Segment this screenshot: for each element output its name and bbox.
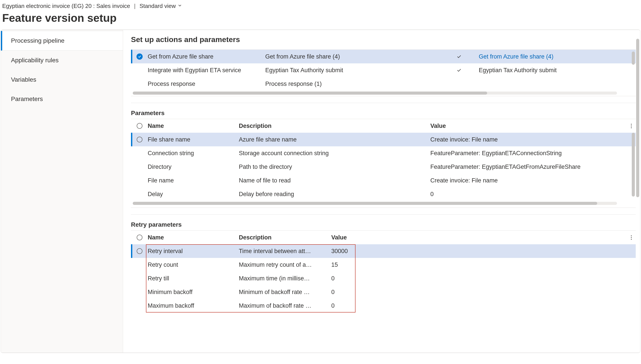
retry-grid: Name Description Value ⋮ Retry interval … — [131, 230, 636, 312]
parameters-row[interactable]: Connection string Storage account connec… — [131, 146, 636, 160]
page-title: Feature version setup — [0, 10, 641, 30]
action-link[interactable]: Get from Azure file share (4) — [479, 53, 636, 60]
parameters-horizontal-scrollthumb[interactable] — [133, 202, 597, 205]
retry-description: Minimum of backoff rate … — [239, 289, 331, 296]
sidebar-item-label: Applicability rules — [11, 57, 58, 64]
row-select[interactable] — [133, 248, 146, 254]
col-description[interactable]: Description — [239, 122, 430, 130]
parameters-row[interactable]: Delay Delay before reading 0 — [131, 187, 636, 201]
actions-grid: Get from Azure file share Get from Azure… — [131, 50, 636, 96]
breadcrumb: Egyptian electronic invoice (EG) 20 : Sa… — [2, 3, 130, 10]
retry-value: 0 — [331, 302, 353, 309]
sidebar-item-label: Variables — [11, 76, 36, 83]
actions-row[interactable]: Process response Process response (1) — [131, 77, 636, 91]
param-name: Directory — [146, 164, 239, 170]
param-name: Delay — [146, 191, 239, 198]
sidebar-item-label: Parameters — [11, 96, 43, 102]
action-name: Integrate with Egyptian ETA service — [146, 67, 265, 74]
retry-row[interactable]: Retry count Maximum retry count of a… 15 — [131, 258, 636, 272]
body-wrap: Processing pipeline Applicability rules … — [1, 30, 640, 353]
section-divider — [131, 103, 636, 103]
retry-value: 0 — [331, 275, 353, 282]
parameters-header: Name Description Value ⋮ — [131, 119, 636, 133]
action-link[interactable]: Egyptian Tax Authority submit — [479, 67, 636, 74]
view-label: Standard view — [140, 3, 176, 10]
retry-row[interactable]: Retry interval Time interval between att… — [131, 244, 636, 258]
section-divider — [131, 214, 636, 214]
col-description[interactable]: Description — [239, 234, 331, 241]
actions-row[interactable]: Get from Azure file share Get from Azure… — [131, 50, 636, 64]
retry-value: 15 — [331, 262, 353, 268]
actions-vertical-scrollbar[interactable] — [632, 52, 635, 91]
view-selector[interactable]: Standard view — [140, 3, 182, 10]
retry-description: Time interval between att… — [239, 248, 331, 254]
parameters-grid: Name Description Value ⋮ File share name… — [131, 119, 636, 208]
section-title-parameters: Parameters — [131, 110, 636, 117]
action-detail: Process response (1) — [265, 80, 439, 87]
section-title-retry: Retry parameters — [131, 221, 636, 228]
action-name: Process response — [146, 80, 265, 87]
col-value[interactable]: Value — [331, 234, 353, 241]
sidebar-item-variables[interactable]: Variables — [1, 70, 123, 89]
parameters-vertical-scrollbar[interactable] — [632, 133, 635, 214]
row-select[interactable] — [133, 54, 146, 60]
header-bar: Egyptian electronic invoice (EG) 20 : Sa… — [0, 0, 641, 10]
action-name: Get from Azure file share — [146, 53, 265, 60]
parameters-horizontal-scrollbar[interactable] — [133, 202, 617, 205]
retry-name: Retry till — [146, 275, 239, 282]
parameters-row[interactable]: File name Name of file to read Create in… — [131, 174, 636, 187]
column-options-icon[interactable]: ⋮ — [627, 123, 636, 129]
chevron-down-icon — [178, 3, 182, 10]
breadcrumb-separator: | — [134, 3, 136, 10]
col-name[interactable]: Name — [146, 122, 239, 130]
select-all[interactable] — [133, 234, 146, 240]
retry-description: Maximum retry count of a… — [239, 262, 331, 268]
actions-row[interactable]: Integrate with Egyptian ETA service Egyp… — [131, 64, 636, 77]
action-enabled-icon — [439, 68, 479, 73]
param-description: Path to the directory — [239, 164, 430, 170]
sidebar-item-processing-pipeline[interactable]: Processing pipeline — [1, 31, 123, 50]
action-enabled-icon — [439, 54, 479, 59]
action-detail: Egyptian Tax Authority submit — [265, 67, 439, 74]
param-value: Create invoice: File name — [430, 177, 627, 184]
parameters-vertical-scrollthumb[interactable] — [632, 133, 635, 196]
sidebar-item-parameters[interactable]: Parameters — [1, 89, 123, 109]
main-vertical-scrollthumb[interactable] — [636, 39, 639, 197]
retry-description: Maximum of backoff rate … — [239, 302, 331, 309]
param-description: Delay before reading — [239, 191, 430, 198]
col-name[interactable]: Name — [146, 234, 239, 241]
actions-horizontal-scrollthumb[interactable] — [133, 92, 487, 95]
sidebar-item-label: Processing pipeline — [11, 37, 64, 44]
retry-name: Minimum backoff — [146, 289, 239, 296]
actions-horizontal-scrollbar[interactable] — [133, 92, 617, 95]
retry-value: 0 — [331, 289, 353, 296]
row-select[interactable] — [133, 137, 146, 142]
retry-description: Maximum time (in millise… — [239, 275, 331, 282]
select-all[interactable] — [133, 123, 146, 129]
param-value: FeatureParameter: EgyptianETAGetFromAzur… — [430, 164, 627, 170]
param-value: FeatureParameter: EgyptianETAConnectionS… — [430, 150, 627, 157]
retry-header: Name Description Value ⋮ — [131, 231, 636, 244]
col-value[interactable]: Value — [430, 122, 627, 130]
parameters-row[interactable]: Directory Path to the directory FeatureP… — [131, 160, 636, 174]
param-name: File name — [146, 177, 239, 184]
selected-check-icon — [136, 54, 143, 60]
param-value: 0 — [430, 191, 627, 198]
retry-name: Retry count — [146, 262, 239, 268]
main-vertical-scrollbar[interactable] — [636, 39, 639, 347]
retry-row[interactable]: Minimum backoff Minimum of backoff rate … — [131, 285, 636, 299]
retry-name: Maximum backoff — [146, 302, 239, 309]
parameters-row[interactable]: File share name Azure file share name Cr… — [131, 133, 636, 146]
param-name: Connection string — [146, 150, 239, 157]
retry-row[interactable]: Retry till Maximum time (in millise… 0 — [131, 272, 636, 285]
section-title-actions: Set up actions and parameters — [131, 35, 636, 44]
param-description: Azure file share name — [239, 136, 430, 143]
retry-name: Retry interval — [146, 248, 239, 254]
param-value: Create invoice: File name — [430, 136, 627, 143]
column-options-icon[interactable]: ⋮ — [627, 234, 636, 240]
actions-vertical-scrollthumb[interactable] — [632, 52, 635, 65]
sidebar-item-applicability-rules[interactable]: Applicability rules — [1, 50, 123, 70]
action-detail: Get from Azure file share (4) — [265, 53, 439, 60]
param-description: Name of file to read — [239, 177, 430, 184]
retry-row[interactable]: Maximum backoff Maximum of backoff rate … — [131, 299, 636, 312]
